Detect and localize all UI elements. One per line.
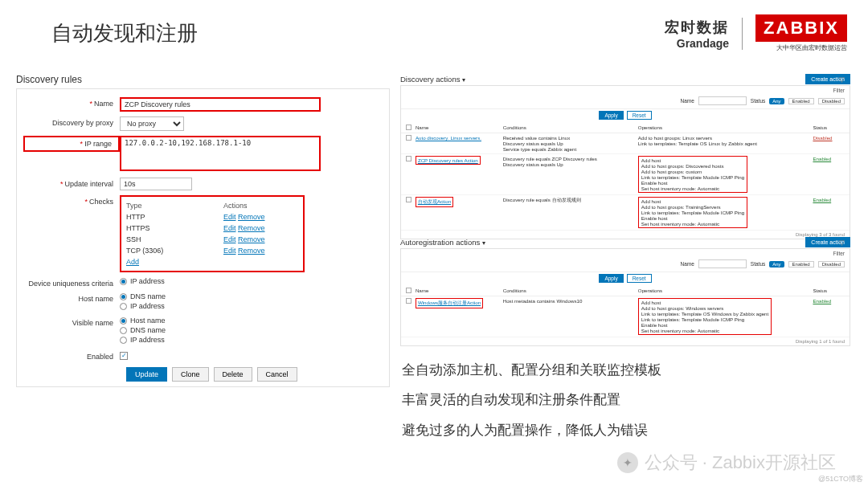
filter-bar: Name Status Any Enabled Disabled (401, 256, 850, 272)
checks-head-actions: Actions (223, 202, 298, 210)
delete-button[interactable]: Delete (214, 367, 252, 382)
cancel-button[interactable]: Cancel (257, 367, 297, 382)
check-remove[interactable]: Remove (238, 224, 265, 232)
bullet-3: 避免过多的人为配置操作，降低人为错误 (402, 415, 661, 445)
status-toggle[interactable]: Disabled (813, 135, 832, 141)
status-toggle[interactable]: Enabled (813, 197, 831, 202)
col-name: Name (416, 125, 503, 131)
discovery-rules-panel: Discovery rules *Name Discovery by proxy… (16, 74, 390, 387)
interval-input[interactable] (120, 178, 192, 190)
check-type: SSH (126, 235, 223, 243)
check-remove[interactable]: Remove (238, 247, 265, 255)
col-operations: Operations (638, 288, 813, 294)
zabbix-logo: ZABBIX (755, 14, 847, 42)
filter-icon[interactable]: ▽ (839, 239, 845, 247)
label-visible: Visible name (72, 319, 113, 327)
attribution: @51CTO博客 (818, 474, 863, 484)
grandage-en: Grandage (665, 37, 729, 50)
row-checkbox[interactable] (406, 298, 411, 304)
filter-status-label: Status (751, 261, 765, 267)
row-operations: Add host Add to host groups: TrainingSer… (638, 197, 747, 228)
autoreg-foot: Displaying 1 of 1 found (401, 337, 850, 345)
action-name-link[interactable]: ZCP Discovery rules Action (416, 156, 481, 165)
select-all-checkbox[interactable] (406, 288, 411, 293)
bullet-2: 丰富灵活的自动发现和注册条件配置 (402, 385, 661, 415)
discovery-actions-table: Name Conditions Operations Status Auto d… (401, 123, 850, 231)
row-checkbox[interactable] (406, 156, 411, 161)
radio-host-ip[interactable]: IP address (120, 302, 166, 310)
radio-unique-ip[interactable]: IP address (120, 277, 165, 285)
filter-enabled[interactable]: Enabled (788, 261, 814, 268)
name-input[interactable] (120, 97, 321, 112)
zabbix-subtitle: 大中华区由宏时数据运营 (755, 43, 847, 52)
row-operations: Add host Add to host groups: Discovered … (638, 156, 747, 193)
row-checkbox[interactable] (406, 197, 411, 202)
radio-visible-dns[interactable]: DNS name (120, 326, 166, 334)
col-operations: Operations (638, 125, 813, 131)
clone-button[interactable]: Clone (172, 367, 209, 382)
col-status: Status (813, 288, 845, 294)
check-edit[interactable]: Edit (223, 213, 236, 221)
col-name: Name (416, 288, 503, 294)
action-name-link[interactable]: Windows服务自动注册Action (416, 298, 483, 308)
row-operations: Add host Add to host groups: Windows ser… (638, 298, 772, 335)
col-conditions: Conditions (503, 125, 638, 131)
filter-name-input[interactable] (698, 259, 747, 268)
radio-visible-ip[interactable]: IP address (120, 336, 166, 344)
label-name: Name (94, 100, 113, 108)
table-row: Auto discovery. Linux servers. Received … (401, 133, 850, 154)
filter-name-input[interactable] (698, 96, 747, 105)
update-button[interactable]: Update (126, 367, 167, 382)
label-checks: Checks (89, 198, 113, 206)
discovery-form: *Name Discovery by proxy No proxy *IP ra… (16, 88, 390, 387)
proxy-select[interactable]: No proxy (120, 116, 184, 131)
row-conditions: Received value contains Linux Discovery … (503, 135, 638, 152)
apply-button[interactable]: Apply (599, 111, 623, 120)
autoreg-heading: Autoregistration actions (400, 238, 480, 247)
apply-button[interactable]: Apply (599, 274, 623, 283)
discovery-actions-panel: Discovery actions ▾ Create action ▽ Filt… (400, 74, 850, 239)
status-toggle[interactable]: Enabled (813, 156, 831, 161)
table-row: ZCP Discovery rules Action Discovery rul… (401, 154, 850, 195)
enabled-checkbox[interactable] (120, 352, 128, 360)
check-edit[interactable]: Edit (223, 224, 236, 232)
filter-bar: Name Status Any Enabled Disabled (401, 93, 850, 109)
zabbix-block: ZABBIX 大中华区由宏时数据运营 (755, 14, 847, 52)
status-toggle[interactable]: Enabled (813, 298, 831, 304)
wechat-icon: ✦ (617, 452, 638, 473)
filter-label: Filter (401, 86, 850, 93)
reset-button[interactable]: Reset (627, 274, 652, 283)
radio-visible-host[interactable]: Host name (120, 317, 166, 325)
chevron-down-icon[interactable]: ▾ (462, 76, 465, 84)
filter-enabled[interactable]: Enabled (788, 98, 814, 104)
checks-table: TypeActions HTTPEdit Remove HTTPSEdit Re… (120, 195, 305, 272)
check-add[interactable]: Add (126, 258, 139, 266)
action-name-link[interactable]: 自动发现Action (416, 197, 453, 207)
row-checkbox[interactable] (406, 135, 411, 141)
iprange-input[interactable]: 127.0.0.2-10,192.168.178.1-10 (120, 136, 321, 171)
filter-disabled[interactable]: Disabled (818, 261, 845, 268)
row-conditions: Discovery rule equals ZCP Discovery rule… (503, 156, 638, 167)
row-operations: Add to host groups: Linux servers Link t… (638, 135, 757, 146)
filter-icon[interactable]: ▽ (839, 76, 845, 84)
chevron-down-icon[interactable]: ▾ (482, 239, 485, 247)
checks-head-type: Type (126, 202, 223, 210)
check-remove[interactable]: Remove (238, 213, 265, 221)
select-all-checkbox[interactable] (406, 125, 411, 130)
check-remove[interactable]: Remove (238, 235, 265, 243)
check-edit[interactable]: Edit (223, 235, 236, 243)
filter-any[interactable]: Any (769, 98, 784, 104)
autoreg-actions-table: Name Conditions Operations Status Window… (401, 286, 850, 337)
slide-title: 自动发现和注册 (51, 19, 198, 47)
radio-host-dns[interactable]: DNS name (120, 292, 166, 300)
table-row: 自动发现Action Discovery rule equals 自动发现规则 … (401, 195, 850, 231)
filter-any[interactable]: Any (769, 261, 784, 268)
row-conditions: Host metadata contains Windows10 (503, 298, 638, 304)
watermark: ✦ 公众号 · Zabbix开源社区 (617, 451, 836, 475)
filter-disabled[interactable]: Disabled (818, 98, 845, 104)
action-name-link[interactable]: Auto discovery. Linux servers. (416, 135, 481, 141)
reset-button[interactable]: Reset (627, 111, 652, 120)
check-type: HTTP (126, 213, 223, 221)
col-conditions: Conditions (503, 288, 638, 294)
check-edit[interactable]: Edit (223, 247, 236, 255)
